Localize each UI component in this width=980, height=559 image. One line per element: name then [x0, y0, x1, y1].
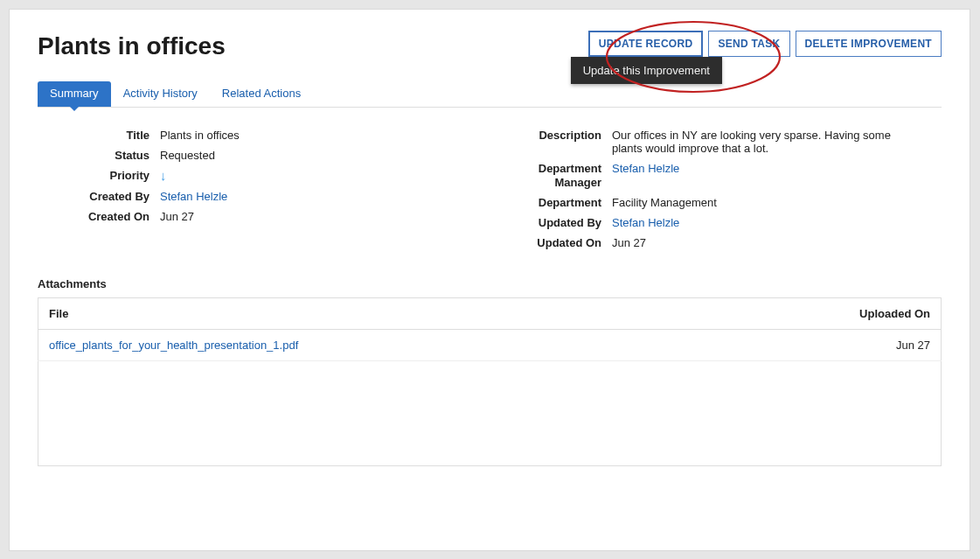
- created-on-value: Jun 27: [160, 210, 490, 223]
- attachments-empty-space: [38, 361, 942, 466]
- details-right-column: Description Our offices in NY are lookin…: [490, 129, 942, 256]
- description-label: Description: [490, 129, 612, 142]
- update-record-button[interactable]: UPDATE RECORD: [588, 31, 704, 57]
- title-label: Title: [38, 129, 160, 142]
- delete-improvement-button[interactable]: DELETE IMPROVEMENT: [796, 31, 942, 57]
- tab-activity-history[interactable]: Activity History: [111, 81, 210, 107]
- table-row: office_plants_for_your_health_presentati…: [38, 330, 942, 361]
- updated-by-link[interactable]: Stefan Helzle: [612, 216, 942, 229]
- attachment-file-link[interactable]: office_plants_for_your_health_presentati…: [38, 330, 671, 361]
- action-bar: UPDATE RECORD SEND TASK DELETE IMPROVEME…: [588, 31, 942, 57]
- department-label: Department: [490, 196, 612, 209]
- tab-summary[interactable]: Summary: [38, 81, 111, 107]
- page-header: Plants in offices UPDATE RECORD SEND TAS…: [38, 25, 942, 60]
- created-on-label: Created On: [38, 210, 160, 223]
- description-value: Our offices in NY are looking very spars…: [612, 129, 942, 155]
- department-manager-label: Department Manager: [490, 162, 612, 189]
- priority-down-icon: ↓: [160, 168, 167, 183]
- details-left-column: Title Plants in offices Status Requested…: [38, 129, 490, 256]
- title-value: Plants in offices: [160, 129, 490, 142]
- status-value: Requested: [160, 149, 490, 162]
- department-manager-link[interactable]: Stefan Helzle: [612, 162, 942, 175]
- priority-value: ↓: [160, 169, 490, 183]
- created-by-label: Created By: [38, 190, 160, 203]
- tab-bar: Summary Activity History Related Actions: [38, 81, 942, 108]
- attachment-uploaded-value: Jun 27: [671, 330, 942, 361]
- page-title: Plants in offices: [38, 32, 226, 60]
- send-task-button[interactable]: SEND TASK: [708, 31, 789, 57]
- created-by-link[interactable]: Stefan Helzle: [160, 190, 490, 203]
- priority-label: Priority: [38, 169, 160, 182]
- tab-related-actions[interactable]: Related Actions: [210, 81, 313, 107]
- status-label: Status: [38, 149, 160, 162]
- record-details: Title Plants in offices Status Requested…: [38, 129, 942, 256]
- attachments-section-title: Attachments: [38, 277, 942, 290]
- attachments-table: File Uploaded On office_plants_for_your_…: [38, 297, 942, 361]
- updated-by-label: Updated By: [490, 216, 612, 229]
- record-page: Plants in offices UPDATE RECORD SEND TAS…: [9, 9, 970, 551]
- updated-on-label: Updated On: [490, 236, 612, 249]
- attachments-col-uploaded: Uploaded On: [671, 298, 942, 330]
- department-value: Facility Management: [612, 196, 942, 209]
- attachments-col-file: File: [38, 298, 671, 330]
- update-record-tooltip: Update this Improvement: [571, 57, 722, 84]
- updated-on-value: Jun 27: [612, 236, 942, 249]
